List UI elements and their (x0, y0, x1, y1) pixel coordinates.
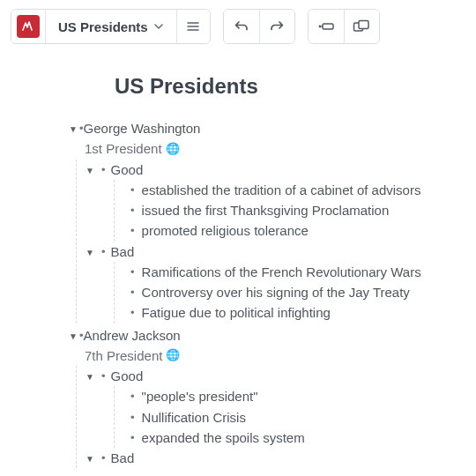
tree-node-president: ▼ • Andrew Jackson 7th President 🌐 ▼ • G… (16, 325, 465, 469)
globe-icon: 🌐 (166, 346, 180, 364)
item-text: expanded the spoils system (142, 428, 305, 448)
logo-button[interactable] (11, 10, 45, 43)
leaf-list: •established the tradition of a cabinet … (114, 180, 465, 242)
section-label[interactable]: Good (111, 366, 465, 386)
president-subtitle: 1st President 🌐 (85, 138, 465, 159)
subtitle-text: 1st President (85, 138, 162, 159)
list-item[interactable]: •Fatigue due to political infighting (125, 302, 465, 323)
list-item[interactable]: •Controversy over his signing of the Jay… (125, 282, 465, 302)
chevron-down-icon (153, 21, 164, 32)
section-label[interactable]: Bad (111, 242, 465, 262)
layout-button[interactable] (344, 10, 379, 43)
children-container: ▼ • Good •established the tradition of a… (76, 160, 465, 324)
view-group (308, 9, 380, 44)
app-logo-icon (17, 15, 40, 38)
bullet-icon: • (101, 368, 106, 385)
bullet-icon: • (130, 409, 135, 427)
leaf-list: •Ramifications of the French Revolutiona… (114, 262, 465, 324)
item-text: established the tradition of a cabinet o… (142, 180, 421, 200)
collapse-arrow-icon[interactable]: ▼ (86, 246, 96, 260)
bullet-icon: • (130, 222, 135, 240)
list-item[interactable]: •expanded the spoils system (125, 428, 465, 448)
leaf-list: •"people's president" •Nullification Cri… (114, 386, 465, 448)
bullet-icon: • (130, 429, 135, 447)
president-subtitle: 7th President 🌐 (85, 346, 465, 366)
item-text: issued the first Thanksgiving Proclamati… (142, 200, 390, 220)
tree-node-section: ▼ • Bad (77, 448, 465, 468)
item-text: Nullification Crisis (142, 407, 246, 428)
svg-point-1 (318, 26, 321, 28)
children-container: ▼ • Good •"people's president" •Nullific… (76, 366, 465, 468)
svg-rect-0 (323, 24, 333, 29)
tree-node-section: ▼ • Good •"people's president" •Nullific… (77, 366, 465, 448)
outline-tree: ▼ • George Washington 1st President 🌐 ▼ … (16, 118, 465, 468)
tree-node-president: ▼ • George Washington 1st President 🌐 ▼ … (16, 118, 465, 324)
item-text: Fatigue due to political infighting (142, 302, 331, 323)
list-item[interactable]: •established the tradition of a cabinet … (125, 180, 465, 200)
subtitle-text: 7th President (85, 346, 162, 366)
president-name[interactable]: Andrew Jackson (84, 325, 465, 346)
undo-button[interactable] (224, 10, 259, 43)
bullet-icon: • (101, 450, 106, 467)
collapse-arrow-icon[interactable]: ▼ (86, 370, 96, 384)
collapse-arrow-icon[interactable]: ▼ (69, 330, 79, 344)
layout-icon (353, 19, 370, 33)
tree-node-section: ▼ • Good •established the tradition of a… (77, 160, 465, 242)
item-text: "people's president" (142, 386, 258, 406)
slider-icon (317, 20, 335, 33)
bullet-icon: • (101, 161, 106, 179)
bullet-icon: • (130, 264, 135, 281)
list-item[interactable]: •promoted religious tolerance (125, 220, 465, 241)
globe-icon: 🌐 (166, 140, 180, 158)
undo-icon (234, 19, 249, 34)
redo-icon (269, 19, 285, 34)
menu-button[interactable] (176, 10, 210, 43)
doc-title-button[interactable]: US Presidents (45, 10, 176, 43)
bullet-icon: • (130, 182, 135, 199)
doc-title-label: US Presidents (58, 19, 148, 34)
item-text: Ramifications of the French Revolutionar… (142, 262, 421, 282)
bullet-icon: • (130, 202, 135, 219)
bullet-icon: • (101, 243, 106, 261)
view-mode-button[interactable] (309, 10, 344, 43)
toolbar: US Presidents (0, 0, 476, 53)
bullet-icon: • (130, 388, 135, 405)
page-title: US Presidents (115, 74, 465, 99)
item-text: Controversy over his signing of the Jay … (142, 282, 410, 302)
collapse-arrow-icon[interactable]: ▼ (86, 452, 96, 466)
redo-button[interactable] (259, 10, 294, 43)
collapse-arrow-icon[interactable]: ▼ (86, 164, 96, 178)
bullet-icon: • (130, 284, 135, 301)
list-item[interactable]: •issued the first Thanksgiving Proclamat… (125, 200, 465, 220)
history-group (223, 9, 295, 44)
collapse-arrow-icon[interactable]: ▼ (69, 123, 79, 137)
tree-node-section: ▼ • Bad •Ramifications of the French Rev… (77, 242, 465, 324)
president-name[interactable]: George Washington (84, 118, 465, 138)
svg-rect-4 (359, 21, 368, 29)
list-item[interactable]: •Nullification Crisis (125, 407, 465, 428)
bullet-icon: • (130, 304, 135, 322)
section-label[interactable]: Good (111, 160, 465, 180)
doc-group: US Presidents (11, 9, 211, 44)
hamburger-icon (186, 19, 200, 33)
section-label[interactable]: Bad (111, 448, 465, 468)
list-item[interactable]: •"people's president" (125, 386, 465, 406)
list-item[interactable]: •Ramifications of the French Revolutiona… (125, 262, 465, 282)
item-text: promoted religious tolerance (142, 220, 309, 241)
content-area: US Presidents ▼ • George Washington 1st … (0, 53, 476, 468)
